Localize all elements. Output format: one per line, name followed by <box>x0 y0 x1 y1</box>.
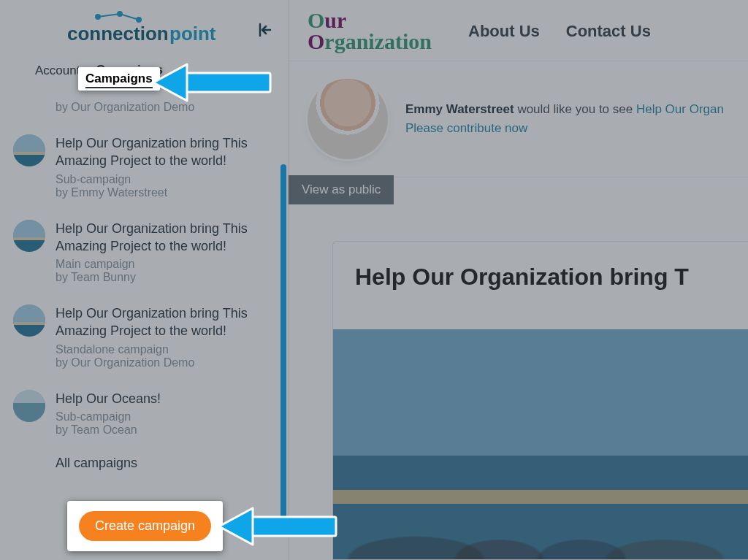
list-item[interactable]: Help Our Organization bring This Amazing… <box>13 127 276 212</box>
app-root: connection point Account Campaigns O by … <box>0 0 748 560</box>
view-as-public-button[interactable]: View as public <box>289 175 394 204</box>
create-campaign-button[interactable]: Create campaign <box>79 511 211 541</box>
brand-logo-icon: connection point <box>60 9 228 49</box>
campaign-title: Help Our Organization bring T <box>333 242 748 304</box>
main-nav: About Us Contact Us <box>468 22 651 41</box>
top-bar: Our Organization About Us Contact Us <box>289 0 748 61</box>
list-item[interactable]: Help Our Organization bring This Amazing… <box>13 297 276 383</box>
list-item-title: Help Our Organization bring This Amazing… <box>56 220 272 256</box>
all-campaigns-link[interactable]: All campaigns <box>13 456 276 471</box>
notice-campaign-link[interactable]: Help Our Organ <box>636 102 724 116</box>
campaign-thumb-icon <box>13 134 45 166</box>
list-item-title: Help Our Organization bring This Amazing… <box>56 304 272 340</box>
tab-org[interactable]: O <box>179 59 188 83</box>
nav-contact-us[interactable]: Contact Us <box>566 22 651 41</box>
list-item-by: by Our Organization Demo <box>56 356 272 369</box>
list-item-by: by Emmy Waterstreet <box>56 186 272 199</box>
list-item-meta: Sub-campaign <box>56 173 272 186</box>
list-item-meta: Standalone campaign <box>56 343 272 356</box>
list-item-by: by Our Organization Demo <box>56 101 194 114</box>
list-item-meta: Main campaign <box>56 258 272 271</box>
list-item[interactable]: by Our Organization Demo <box>13 101 276 127</box>
contribute-link[interactable]: Please contribute now <box>405 121 724 136</box>
list-item-title: Help Our Oceans! <box>56 390 161 407</box>
list-item-by: by Team Ocean <box>56 423 161 437</box>
nav-about-us[interactable]: About Us <box>468 22 540 41</box>
create-campaign-highlight: Create campaign <box>67 501 223 551</box>
collapse-icon <box>257 22 273 38</box>
svg-text:point: point <box>169 23 216 45</box>
brand: connection point <box>0 0 288 58</box>
avatar <box>308 79 388 159</box>
campaign-thumb-icon <box>13 390 45 422</box>
org-line2-rest: rganization <box>324 29 432 53</box>
campaign-thumb-icon <box>13 304 45 337</box>
org-logo: Our Organization <box>308 10 432 52</box>
main-content: Our Organization About Us Contact Us Emm… <box>289 0 748 560</box>
sidebar-scrollbar[interactable] <box>280 110 286 540</box>
tab-account[interactable]: Account <box>35 59 80 83</box>
list-item-by: by Team Bunny <box>56 271 272 284</box>
list-item[interactable]: Help Our Oceans! Sub-campaign by Team Oc… <box>13 383 276 450</box>
campaign-thumb-icon <box>13 220 45 252</box>
notice-name: Emmy Waterstreet <box>405 102 514 116</box>
campaign-hero-image <box>333 329 748 559</box>
collapse-sidebar-button[interactable] <box>256 20 275 39</box>
list-item-title: Help Our Organization bring This Amazing… <box>56 134 272 170</box>
tab-campaigns-highlight-label: Campaigns <box>85 72 153 88</box>
campaign-list: by Our Organization Demo Help Our Organi… <box>0 92 288 530</box>
svg-text:connection: connection <box>67 23 169 45</box>
share-notice: Emmy Waterstreet would like you to see H… <box>289 61 748 177</box>
notice-mid: would like you to see <box>514 102 636 116</box>
list-item-meta: Sub-campaign <box>56 410 161 423</box>
campaign-card: Help Our Organization bring T <box>332 241 748 560</box>
list-item[interactable]: Help Our Organization bring This Amazing… <box>13 212 276 298</box>
scrollbar-thumb[interactable] <box>280 164 286 537</box>
notice-text: Emmy Waterstreet would like you to see H… <box>405 102 724 136</box>
tab-campaigns-highlight[interactable]: Campaigns <box>78 67 160 91</box>
